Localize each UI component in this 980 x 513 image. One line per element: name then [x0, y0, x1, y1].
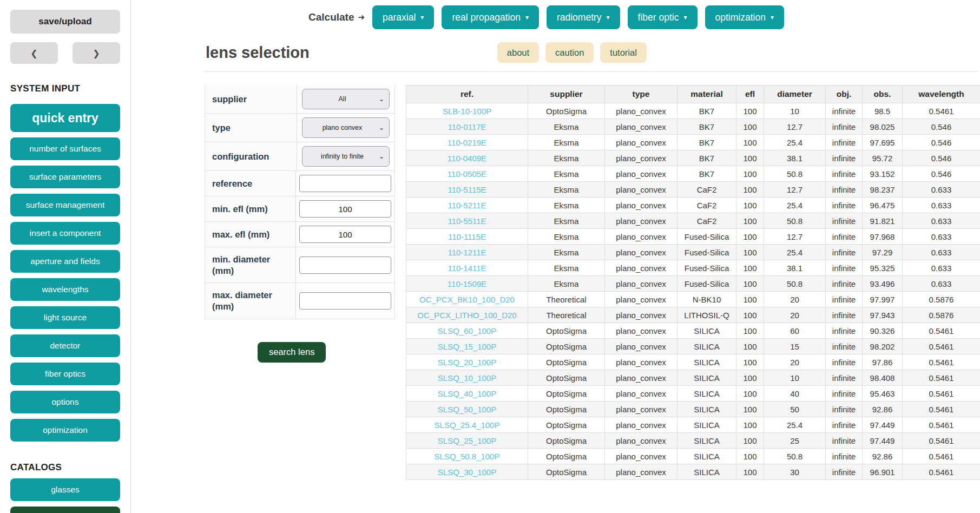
sidebar-item-surface-parameters[interactable]: surface parameters [10, 166, 120, 188]
menu-radiometry[interactable]: radiometry▾ [547, 5, 620, 29]
table-row: SLSQ_50_100POptoSigmaplano_convexSILICA1… [406, 402, 980, 417]
table-row: SLSQ_50.8_100POptoSigmaplano_convexSILIC… [406, 449, 980, 464]
lens-cell-material: BK7 [678, 119, 736, 135]
lens-ref-link[interactable]: 110-5211E [448, 201, 486, 210]
lens-ref-link[interactable]: SLSQ_40_100P [438, 389, 496, 398]
min-efl-control-cell [296, 196, 394, 221]
lens-cell-diameter: 15 [764, 339, 826, 354]
supplier-select[interactable]: All⌄ [302, 89, 390, 109]
lens-ref-link[interactable]: OC_PCX_BK10_100_D20 [419, 295, 515, 304]
lens-ref-link[interactable]: 110-0219E [448, 138, 486, 147]
max-diameter-input[interactable] [299, 292, 391, 310]
lens-ref-link[interactable]: SLSQ_30_100P [438, 468, 496, 477]
lens-cell-obs: 93.496 [863, 276, 903, 292]
lens-ref-link[interactable]: SLB-10-100P [443, 107, 491, 116]
lens-ref-cell: SLSQ_25_100P [406, 433, 528, 449]
sidebar-item-insert-a-component[interactable]: insert a component [10, 222, 120, 245]
max-efl-input[interactable] [299, 226, 391, 243]
lens-cell-type: plano_convex [605, 292, 678, 307]
sidebar-item-detector[interactable]: detector [10, 334, 120, 357]
lens-cell-obs: 98.408 [863, 370, 903, 386]
lens-cell-supplier: Eksma [528, 135, 605, 150]
lens-ref-cell: SLSQ_10_100P [406, 370, 528, 386]
filter-row-configuration: configurationinfinity to finite⌄ [205, 142, 394, 171]
about-button[interactable]: about [497, 42, 539, 63]
lens-ref-link[interactable]: 110-1115E [448, 232, 486, 241]
lens-ref-link[interactable]: 110-5511E [448, 216, 486, 226]
sidebar-item-number-of-surfaces[interactable]: number of surfaces [10, 137, 120, 160]
lens-cell-obs: 95.325 [863, 260, 903, 276]
lens-ref-link[interactable]: SLSQ_15_100P [438, 342, 496, 351]
lens-cell-supplier: Eksma [528, 166, 605, 182]
catalogs-heading: CATALOGS [10, 462, 120, 473]
lens-cell-wavelength: 0.5461 [903, 339, 980, 354]
lens-ref-link[interactable]: SLSQ_20_100P [438, 358, 496, 367]
lens-cell-diameter: 30 [764, 464, 826, 480]
right-arrow-icon: ➜ [358, 12, 365, 22]
lens-cell-diameter: 25.4 [764, 198, 826, 213]
type-select[interactable]: plano convex⌄ [302, 117, 390, 138]
lens-ref-link[interactable]: 110-5115E [448, 185, 486, 194]
lens-cell-efl: 100 [736, 449, 764, 464]
lens-ref-link[interactable]: SLSQ_10_100P [438, 373, 496, 383]
reference-input[interactable] [299, 175, 391, 192]
sidebar-item-fiber-optics[interactable]: fiber optics [10, 363, 120, 385]
menu-label: real propagation [452, 12, 520, 23]
lens-ref-link[interactable]: 110-1509E [448, 279, 486, 288]
lens-cell-obj: infinite [826, 323, 863, 339]
forward-button[interactable]: ❯ [73, 42, 120, 64]
lens-ref-link[interactable]: SLSQ_50.8_100P [435, 452, 500, 461]
lens-ref-link[interactable]: OC_PCX_LITHO_100_D20 [417, 311, 516, 320]
lens-ref-cell: SLSQ_30_100P [406, 464, 528, 480]
lens-cell-obs: 91.821 [863, 213, 903, 229]
supplier-control-cell: All⌄ [297, 85, 394, 113]
configuration-select[interactable]: infinity to finite⌄ [302, 146, 390, 167]
type-label: type [205, 114, 297, 142]
sidebar-item-options[interactable]: options [10, 391, 120, 413]
lens-ref-link[interactable]: 110-0409E [448, 154, 486, 163]
lens-ref-link[interactable]: SLSQ_60_100P [438, 326, 496, 336]
save-upload-button[interactable]: save/upload [10, 10, 120, 34]
menu-paraxial[interactable]: paraxial▾ [372, 5, 434, 29]
col-header-material: material [678, 86, 736, 103]
menu-real-propagation[interactable]: real propagation▾ [442, 5, 539, 29]
menu-optimization[interactable]: optimization▾ [705, 5, 784, 29]
min-diameter-input[interactable] [299, 256, 391, 274]
min-efl-input[interactable] [299, 200, 391, 218]
caution-button[interactable]: caution [545, 42, 594, 63]
sidebar-item-aperture-and-fields[interactable]: aperture and fields [10, 250, 120, 273]
lens-ref-link[interactable]: 110-0117E [448, 122, 486, 131]
lens-ref-link[interactable]: SLSQ_25.4_100P [435, 420, 500, 430]
sidebar-item-surface-management[interactable]: surface management [10, 194, 120, 216]
catalog-item-lenses[interactable]: lenses [10, 507, 120, 513]
search-lens-button[interactable]: search lens [258, 342, 326, 363]
lens-cell-wavelength: 0.546 [903, 119, 980, 135]
lens-cell-supplier: Eksma [528, 276, 605, 292]
sidebar-item-wavelengths[interactable]: wavelengths [10, 278, 120, 301]
lens-ref-cell: SLSQ_25.4_100P [406, 417, 528, 433]
catalog-item-glasses[interactable]: glasses [10, 478, 120, 501]
lens-ref-link[interactable]: 110-1211E [448, 248, 486, 257]
lens-ref-link[interactable]: SLSQ_25_100P [438, 436, 496, 445]
configuration-selected-value: infinity to finite [306, 153, 379, 160]
lens-cell-efl: 100 [736, 307, 764, 323]
back-button[interactable]: ❮ [10, 42, 58, 64]
lens-cell-supplier: Eksma [528, 119, 605, 135]
tutorial-button[interactable]: tutorial [600, 42, 647, 63]
sidebar-item-light-source[interactable]: light source [10, 306, 120, 329]
sidebar-item-optimization[interactable]: optimization [10, 419, 120, 442]
lens-cell-type: plano_convex [605, 370, 678, 386]
lens-cell-type: plano_convex [605, 323, 678, 339]
table-row: OC_PCX_BK10_100_D20Theoreticalplano_conv… [406, 292, 980, 307]
sidebar-item-quick-entry[interactable]: quick entry [10, 104, 120, 132]
lens-ref-link[interactable]: 110-0505E [448, 169, 486, 179]
lens-ref-link[interactable]: 110-1411E [448, 264, 486, 273]
lens-ref-cell: SLB-10-100P [406, 103, 528, 119]
table-row: SLB-10-100POptoSigmaplano_convexBK710010… [406, 103, 980, 119]
lens-cell-diameter: 20 [764, 307, 826, 323]
lens-cell-diameter: 10 [764, 370, 826, 386]
menu-fiber-optic[interactable]: fiber optic▾ [628, 5, 698, 29]
lens-ref-link[interactable]: SLSQ_50_100P [438, 405, 496, 414]
col-header-obj: obj. [826, 86, 863, 103]
sidebar: save/upload ❮ ❯ SYSTEM INPUT quick entry… [0, 0, 131, 513]
